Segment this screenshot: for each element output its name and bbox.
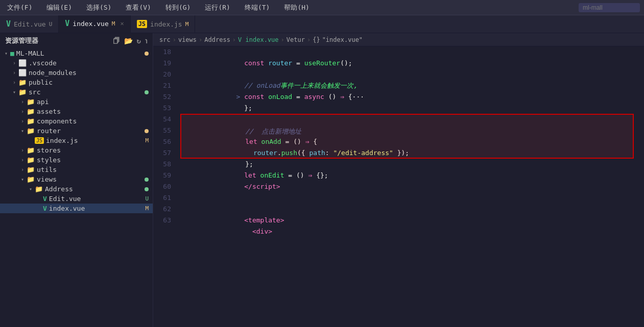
tab-index-vue-badge: M xyxy=(112,20,115,27)
sidebar-item-utils[interactable]: › 📁 utils xyxy=(0,165,153,174)
sidebar-item-assets-label: assets xyxy=(37,108,153,115)
new-file-icon[interactable]: 🗍 xyxy=(113,37,120,45)
menu-select[interactable]: 选择(S) xyxy=(83,2,114,13)
code-line-19 xyxy=(180,58,634,69)
ln-56: 56 xyxy=(153,136,171,147)
menu-view[interactable]: 查看(V) xyxy=(123,2,154,13)
code-line-20: // onLoad事件一上来就会触发一次, xyxy=(180,69,634,80)
collapse-icon[interactable]: ℩ xyxy=(145,37,148,45)
sidebar-item-address-label: Address xyxy=(45,185,142,193)
sidebar-item-components-label: components xyxy=(37,117,153,125)
root-icon: ■ xyxy=(10,49,14,57)
folder-icon-address: 📁 xyxy=(35,185,43,193)
sidebar-item-components[interactable]: › 📁 components xyxy=(0,116,153,126)
code-line-62: <template> xyxy=(180,204,634,215)
breadcrumb-address: Address xyxy=(204,36,230,43)
sidebar-item-styles[interactable]: › 📁 styles xyxy=(0,155,153,165)
tab-index-js[interactable]: JS index.js M xyxy=(131,15,196,33)
tab-edit-vue-label: Edit.vue xyxy=(14,20,46,28)
folder-icon-router: 📁 xyxy=(27,127,35,135)
sidebar-item-styles-label: styles xyxy=(37,156,153,164)
menu-edit[interactable]: 编辑(E) xyxy=(43,2,75,13)
router-badge xyxy=(145,129,149,133)
sidebar-item-node-modules[interactable]: › ⬜ node_modules xyxy=(0,68,153,78)
tag-div: <div> xyxy=(252,228,272,235)
ln-57: 57 xyxy=(153,147,171,159)
menu-run[interactable]: 运行(R) xyxy=(202,2,233,13)
main-layout: 资源管理器 🗍 📂 ↻ ℩ ▾ ■ ML-MALL › ⬜ .vscode xyxy=(0,33,644,327)
sidebar-item-src[interactable]: ▾ 📁 src xyxy=(0,87,153,97)
tab-close-button[interactable]: ✕ xyxy=(120,20,124,27)
sidebar-item-edit-vue-label: Edit.vue xyxy=(49,195,146,203)
menu-goto[interactable]: 转到(G) xyxy=(162,2,194,13)
breadcrumb-quote: "index.vue" xyxy=(322,36,363,43)
folder-icon-styles: 📁 xyxy=(27,156,35,164)
js-icon: JS xyxy=(137,20,147,28)
code-line-53 xyxy=(180,103,634,114)
sidebar-item-vscode[interactable]: › ⬜ .vscode xyxy=(0,58,153,68)
ln-20: 20 xyxy=(153,69,171,80)
menu-terminal[interactable]: 终端(T) xyxy=(242,2,273,13)
sidebar-item-router[interactable]: ▾ 📁 router xyxy=(0,126,153,136)
vue-icon-2: V xyxy=(65,19,69,28)
ln-59: 59 xyxy=(153,170,171,181)
menu-file[interactable]: 文件(F) xyxy=(4,2,35,13)
arrow-icon: ▾ xyxy=(18,177,27,182)
folder-icon-assets: 📁 xyxy=(27,108,35,115)
code-view[interactable]: 18 19 20 21 52 53 54 55 56 57 58 59 60 6… xyxy=(153,46,644,327)
arrow-icon: › xyxy=(10,70,18,76)
sidebar-item-stores[interactable]: › 📁 stores xyxy=(0,145,153,155)
arrow-icon: › xyxy=(18,147,27,153)
views-badge xyxy=(145,178,149,182)
sidebar-item-router-index-js[interactable]: JS index.js M xyxy=(0,136,153,145)
search-input[interactable] xyxy=(579,3,640,12)
ln-18: 18 xyxy=(153,46,171,58)
sidebar-item-public[interactable]: › 📁 public xyxy=(0,78,153,87)
sidebar-item-stores-label: stores xyxy=(37,146,153,154)
sidebar-title: 资源管理器 xyxy=(5,36,38,45)
edit-vue-badge: U xyxy=(145,195,149,202)
code-line-59: </script> xyxy=(180,170,634,181)
ln-60: 60 xyxy=(153,181,171,192)
sidebar-item-assets[interactable]: › 📁 assets xyxy=(0,107,153,116)
sidebar-item-address[interactable]: ▾ 📁 Address xyxy=(0,184,153,194)
menu-help[interactable]: 帮助(H) xyxy=(281,2,312,13)
code-line-63: <div> xyxy=(180,215,634,226)
address-badge xyxy=(145,187,149,191)
breadcrumb-sep-2: › xyxy=(199,36,202,43)
sidebar-item-router-label: router xyxy=(37,127,142,135)
breadcrumb-sep-5: › xyxy=(307,36,311,43)
sidebar-item-node-label: node_modules xyxy=(29,69,153,77)
sidebar-item-index-vue[interactable]: V index.vue M xyxy=(0,204,153,213)
ln-61: 61 xyxy=(153,192,171,204)
sidebar-item-api[interactable]: › 📁 api xyxy=(0,97,153,107)
sidebar-item-public-label: public xyxy=(29,79,153,86)
folder-icon-views: 📁 xyxy=(27,175,35,183)
index-vue-badge: M xyxy=(145,205,149,212)
code-line-55: let onAdd = () ⇒ { xyxy=(180,125,634,136)
menu-bar: 文件(F) 编辑(E) 选择(S) 查看(V) 转到(G) 运行(R) 终端(T… xyxy=(0,0,644,15)
sidebar-root[interactable]: ▾ ■ ML-MALL xyxy=(0,48,153,58)
tab-index-vue[interactable]: V index.vue M ✕ xyxy=(59,15,130,33)
arrow-icon: › xyxy=(10,60,18,66)
sidebar-item-views[interactable]: ▾ 📁 views xyxy=(0,174,153,184)
src-badge xyxy=(145,90,149,94)
sidebar-item-edit-vue[interactable]: V Edit.vue U xyxy=(0,194,153,204)
code-line-57: }; xyxy=(180,147,634,159)
folder-icon-vscode: ⬜ xyxy=(18,59,27,67)
refresh-icon[interactable]: ↻ xyxy=(137,37,141,45)
breadcrumb-sep-3: › xyxy=(232,36,236,43)
sidebar-item-index-vue-label: index.vue xyxy=(49,205,146,212)
sidebar-root-label: ML-MALL xyxy=(16,49,142,57)
folder-icon-src: 📁 xyxy=(18,88,27,96)
arrow-icon: ▾ xyxy=(10,89,18,95)
sidebar-item-views-label: views xyxy=(37,175,142,183)
sidebar-content: ▾ ■ ML-MALL › ⬜ .vscode › ⬜ node_modules… xyxy=(0,48,153,327)
folder-icon-api: 📁 xyxy=(27,98,35,106)
arrow-icon: › xyxy=(10,80,18,85)
root-badge xyxy=(145,52,149,56)
new-folder-icon[interactable]: 📂 xyxy=(124,37,133,45)
sidebar-header: 资源管理器 🗍 📂 ↻ ℩ xyxy=(0,33,153,48)
line-numbers: 18 19 20 21 52 53 54 55 56 57 58 59 60 6… xyxy=(153,46,176,327)
tab-edit-vue[interactable]: V Edit.vue U xyxy=(0,15,59,33)
